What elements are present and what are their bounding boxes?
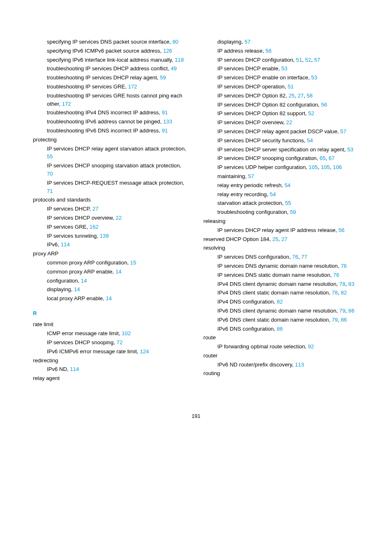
- entry-text: specifying IPv6 interface link-local add…: [47, 57, 175, 63]
- page-link[interactable]: 55: [285, 200, 291, 206]
- page-link[interactable]: 57: [314, 57, 321, 63]
- page-link[interactable]: 133: [163, 118, 172, 125]
- index-entry: routing: [203, 369, 359, 378]
- page-link[interactable]: 86: [277, 326, 283, 332]
- entry-text: relay entry periodic refresh,: [217, 182, 284, 188]
- page-link[interactable]: 91: [162, 109, 168, 116]
- page-link[interactable]: 102: [122, 330, 131, 336]
- page-link[interactable]: 59: [160, 74, 166, 81]
- page-link[interactable]: 72: [117, 339, 123, 345]
- entry-text: troubleshooting IP services DHCP address…: [47, 65, 171, 72]
- page-link[interactable]: 118: [175, 57, 184, 63]
- page-link[interactable]: 25: [272, 236, 279, 242]
- page-link[interactable]: 54: [307, 137, 313, 144]
- index-entry: IP services DNS dynamic domain name reso…: [217, 262, 359, 270]
- page-link[interactable]: 105: [309, 164, 318, 170]
- page-link[interactable]: 14: [106, 295, 112, 301]
- page-link[interactable]: 76: [333, 272, 339, 278]
- page-link[interactable]: 14: [115, 269, 122, 275]
- page-link[interactable]: 92: [308, 343, 314, 350]
- page-link[interactable]: 139: [100, 233, 109, 239]
- page-link[interactable]: 15: [130, 260, 136, 266]
- page-link[interactable]: 27: [297, 93, 304, 99]
- page-link[interactable]: 106: [333, 164, 342, 170]
- page-link[interactable]: 14: [74, 286, 80, 292]
- page-link[interactable]: 22: [115, 215, 122, 221]
- page-link[interactable]: 25: [288, 93, 295, 99]
- index-entry: maintaining, 57: [217, 172, 359, 181]
- page-link[interactable]: 76: [292, 254, 298, 260]
- page-link[interactable]: 49: [171, 65, 177, 72]
- page-link[interactable]: 53: [281, 65, 288, 72]
- page-link[interactable]: 78: [332, 290, 338, 296]
- page-link[interactable]: 105: [321, 164, 330, 170]
- page-link[interactable]: 56: [265, 48, 272, 54]
- page-link[interactable]: 82: [277, 299, 283, 305]
- page-link[interactable]: 52: [308, 110, 314, 116]
- page-link[interactable]: 80: [172, 39, 178, 45]
- page-link[interactable]: 27: [281, 236, 288, 242]
- page-link[interactable]: 172: [62, 101, 71, 107]
- page-link[interactable]: 76: [341, 263, 347, 269]
- page-link[interactable]: 52: [305, 57, 311, 63]
- index-entry: IP services DNS configuration, 76, 77: [217, 253, 359, 261]
- page-link[interactable]: 83: [348, 281, 355, 287]
- page-link[interactable]: 58: [307, 93, 313, 99]
- page-link[interactable]: 57: [244, 39, 251, 45]
- index-entry: resolving: [203, 244, 359, 252]
- page-link[interactable]: 14: [81, 278, 87, 284]
- page-link[interactable]: 54: [270, 191, 276, 197]
- page-link[interactable]: 57: [248, 173, 254, 179]
- entry-text: specifying IPv6 ICMPv6 packet source add…: [47, 48, 163, 54]
- page-link[interactable]: 113: [295, 362, 304, 368]
- page-link[interactable]: 70: [47, 171, 53, 177]
- page-link[interactable]: 56: [339, 227, 345, 233]
- page-link[interactable]: 86: [341, 317, 347, 323]
- page-link[interactable]: 51: [288, 83, 294, 90]
- index-entry: IP services DHCP overview, 22: [47, 214, 189, 222]
- page-link[interactable]: 55: [47, 153, 53, 160]
- page-link[interactable]: 27: [92, 206, 99, 212]
- page-link[interactable]: 79: [332, 317, 338, 323]
- entry-text: IP services DHCP enable,: [217, 65, 281, 72]
- index-entry: troubleshooting IPv4 DNS incorrect IP ad…: [47, 109, 189, 117]
- entry-text: router: [203, 352, 217, 359]
- entry-text: IP forwarding optimal route selection,: [217, 343, 308, 350]
- page-link[interactable]: 54: [284, 182, 291, 188]
- page-link[interactable]: 57: [340, 128, 346, 134]
- entry-text: IPv6 DNS client static domain name resol…: [217, 317, 332, 323]
- index-entry: IPv4 DNS configuration, 82: [217, 298, 359, 306]
- page-link[interactable]: 71: [47, 188, 53, 194]
- index-entry: ICMP error message rate limit, 102: [47, 329, 189, 338]
- page-link[interactable]: 86: [348, 308, 355, 314]
- page-link[interactable]: 59: [290, 209, 296, 215]
- page-link[interactable]: 114: [70, 366, 79, 372]
- entry-text: IPv4 DNS configuration,: [217, 299, 277, 305]
- index-entry: local proxy ARP enable, 14: [47, 294, 189, 303]
- index-entry: IP services tunneling, 139: [47, 232, 189, 240]
- page-link[interactable]: 172: [128, 83, 137, 90]
- page-number: 191: [0, 412, 392, 420]
- page-link[interactable]: 126: [163, 48, 172, 54]
- page-link[interactable]: 114: [61, 241, 70, 248]
- page-link[interactable]: 91: [162, 127, 168, 134]
- page-link[interactable]: 77: [301, 254, 307, 260]
- entry-text: IP services DHCP-REQUEST message attack …: [47, 180, 184, 186]
- entry-text: IP services DHCP relay agent IP address …: [217, 227, 339, 233]
- entry-text: reserved DHCP Option 184,: [203, 236, 272, 242]
- page-link[interactable]: 65: [320, 155, 326, 161]
- page-link[interactable]: 56: [321, 102, 327, 108]
- page-link[interactable]: 53: [311, 74, 317, 81]
- page-link[interactable]: 22: [286, 119, 292, 125]
- page-link[interactable]: 67: [329, 155, 335, 161]
- index-entry: IP services DHCP snooping, 72: [47, 338, 189, 347]
- page-link[interactable]: 78: [339, 281, 346, 287]
- page-link[interactable]: 53: [347, 146, 353, 153]
- index-entry: IP services DHCP enable on interface, 53: [217, 74, 359, 82]
- page-link[interactable]: 79: [339, 308, 346, 314]
- page-link[interactable]: 124: [140, 348, 149, 355]
- page-link[interactable]: 51: [296, 57, 302, 63]
- page-link[interactable]: 82: [341, 290, 347, 296]
- page-link[interactable]: 162: [90, 224, 99, 230]
- entry-text: maintaining,: [217, 173, 248, 179]
